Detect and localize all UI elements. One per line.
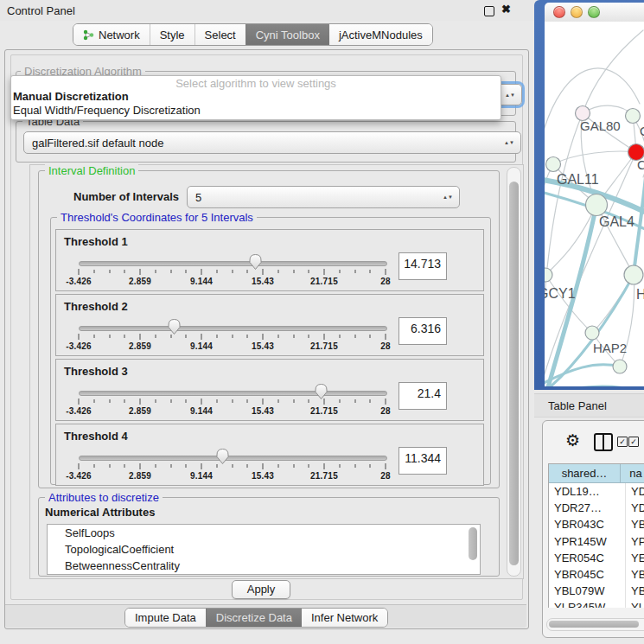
- threshold-value-field[interactable]: 14.713: [399, 252, 447, 280]
- table-row[interactable]: YLR345WYLR3: [549, 599, 644, 608]
- table-row[interactable]: YDL19…YDL1: [549, 483, 644, 500]
- tab-label: Style: [160, 29, 185, 41]
- list-item[interactable]: SelfLoops: [48, 525, 480, 541]
- node[interactable]: [613, 360, 627, 373]
- edge-highlighted[interactable]: [634, 169, 644, 275]
- float-icon[interactable]: [484, 6, 494, 16]
- threshold-panel-2: Threshold 2-3.4262.8599.14415.4321.71528…: [55, 294, 484, 356]
- scrollbar-thumb[interactable]: [549, 621, 639, 628]
- slider-thumb-icon: [215, 448, 230, 465]
- table-row[interactable]: YPR145WYPR1: [549, 533, 644, 550]
- slider-track[interactable]: [79, 456, 387, 461]
- threshold-value-field[interactable]: 21.4: [399, 382, 447, 410]
- cell-name[interactable]: YDR2: [626, 500, 644, 516]
- node-h[interactable]: [624, 265, 643, 284]
- tab-cyni-toolbox[interactable]: Cyni Toolbox: [245, 24, 329, 45]
- slider-thumb[interactable]: [248, 253, 263, 271]
- threshold-panels: Threshold 1-3.4262.8599.14415.4321.71528…: [55, 229, 484, 488]
- dropdown-option[interactable]: Manual Discretization: [11, 90, 501, 104]
- attributes-group-label: Attributes to discretize: [45, 491, 163, 504]
- cell-name[interactable]: YBL0: [626, 583, 644, 599]
- tab-select[interactable]: Select: [194, 24, 245, 45]
- network-view[interactable]: GAL80GCGAL11GAL4GCY1HHAP2: [545, 22, 644, 386]
- table-panel-title: Table Panel: [548, 399, 607, 412]
- node-gal11[interactable]: [546, 157, 561, 172]
- edge[interactable]: [545, 275, 592, 333]
- threshold-value-field[interactable]: 11.344: [399, 447, 447, 475]
- tab-jactivemnodules[interactable]: jActiveMNodules: [329, 24, 432, 45]
- node-gal4[interactable]: [586, 194, 608, 216]
- table-row[interactable]: YDR27…YDR2: [549, 500, 644, 516]
- dropdown-option[interactable]: Equal Width/Frequency Discretization: [11, 104, 501, 118]
- tab-style[interactable]: Style: [150, 24, 194, 45]
- threshold-label: Threshold 1: [64, 235, 128, 248]
- slider-track[interactable]: [79, 326, 387, 331]
- node-label: GAL80: [580, 118, 621, 133]
- checkbox-icon[interactable]: ✓: [617, 437, 628, 447]
- tab-label: Infer Network: [311, 611, 378, 624]
- edge[interactable]: [545, 113, 583, 385]
- cell-shared-name[interactable]: YBR043C: [549, 516, 626, 532]
- table-row[interactable]: YBR043CYBR0: [549, 516, 644, 532]
- gear-icon[interactable]: ⚙: [565, 432, 580, 449]
- network-graph[interactable]: GAL80GCGAL11GAL4GCY1HHAP2: [545, 22, 644, 386]
- tab-discretize-data[interactable]: Discretize Data: [206, 609, 302, 627]
- minimize-traffic-light-icon[interactable]: [571, 6, 583, 18]
- table-row[interactable]: YBL079WYBL0: [549, 583, 644, 599]
- tab-infer-network[interactable]: Infer Network: [302, 609, 387, 627]
- vertical-scrollbar[interactable]: [507, 167, 521, 577]
- combo-arrows-icon: ▲▼: [505, 92, 515, 97]
- table-row[interactable]: YER054CYER0: [549, 550, 644, 566]
- slider-ticks: [79, 334, 386, 341]
- interval-definition-label: Interval Definition: [45, 164, 138, 177]
- slider-track[interactable]: [79, 391, 387, 396]
- split-columns-icon[interactable]: [594, 433, 613, 451]
- slider-thumb[interactable]: [314, 383, 328, 400]
- table-row[interactable]: YBR045CYBR0: [549, 566, 644, 583]
- zoom-traffic-light-icon[interactable]: [588, 6, 600, 18]
- algorithm-dropdown-popup: Select algorithm to view settings Manual…: [10, 75, 501, 120]
- slider-thumb[interactable]: [215, 448, 230, 465]
- cell-shared-name[interactable]: YBR045C: [549, 566, 626, 583]
- list-item[interactable]: TopologicalCoefficient: [48, 541, 480, 558]
- horizontal-scrollbar[interactable]: [546, 618, 644, 631]
- numerical-attributes-list[interactable]: SelfLoopsTopologicalCoefficientBetweenne…: [47, 524, 481, 575]
- numerical-attributes-label: Numerical Attributes: [45, 506, 155, 519]
- column-header-name[interactable]: na: [621, 464, 644, 482]
- cell-name[interactable]: YBR0: [626, 516, 644, 532]
- column-header-shared-name[interactable]: shared…: [549, 464, 621, 482]
- node-g[interactable]: [626, 109, 641, 124]
- tab-network[interactable]: Network: [73, 24, 150, 45]
- cell-shared-name[interactable]: YBL079W: [549, 583, 626, 599]
- cell-name[interactable]: YDL1: [626, 483, 644, 500]
- cell-name[interactable]: YLR3: [626, 599, 644, 608]
- number-of-intervals-label: Number of Intervals: [73, 187, 179, 207]
- threshold-value-field[interactable]: 6.316: [399, 317, 447, 345]
- apply-button[interactable]: Apply: [232, 580, 290, 599]
- cell-shared-name[interactable]: YPR145W: [549, 533, 626, 550]
- cell-name[interactable]: YBR0: [626, 566, 644, 583]
- tab-label: jActiveMNodules: [339, 29, 423, 41]
- cell-shared-name[interactable]: YLR345W: [549, 599, 626, 608]
- number-of-intervals-combobox[interactable]: 5 ▲▼: [187, 186, 460, 208]
- node-hap2[interactable]: [585, 326, 599, 340]
- table-data-combobox[interactable]: galFiltered.sif default node ▲▼: [23, 131, 521, 154]
- close-icon[interactable]: ✖: [501, 3, 511, 16]
- cell-shared-name[interactable]: YER054C: [549, 550, 626, 566]
- tab-label: Network: [99, 29, 140, 41]
- cell-name[interactable]: YER0: [626, 550, 644, 566]
- scrollbar-thumb[interactable]: [509, 182, 519, 565]
- slider-thumb[interactable]: [167, 318, 182, 335]
- list-item[interactable]: BetweennessCentrality: [48, 558, 480, 574]
- node-label: GCY1: [545, 286, 576, 301]
- cell-name[interactable]: YPR1: [626, 533, 644, 550]
- slider-track[interactable]: [79, 261, 387, 266]
- tab-impute-data[interactable]: Impute Data: [125, 609, 206, 627]
- list-scrollbar-thumb[interactable]: [469, 527, 477, 560]
- threshold-label: Threshold 2: [64, 300, 128, 313]
- cell-shared-name[interactable]: YDR27…: [549, 500, 626, 516]
- close-traffic-light-icon[interactable]: [553, 6, 565, 18]
- cell-shared-name[interactable]: YDL19…: [549, 483, 626, 500]
- checkbox-icon[interactable]: ✓: [628, 437, 639, 447]
- threshold-label: Threshold 3: [64, 365, 128, 378]
